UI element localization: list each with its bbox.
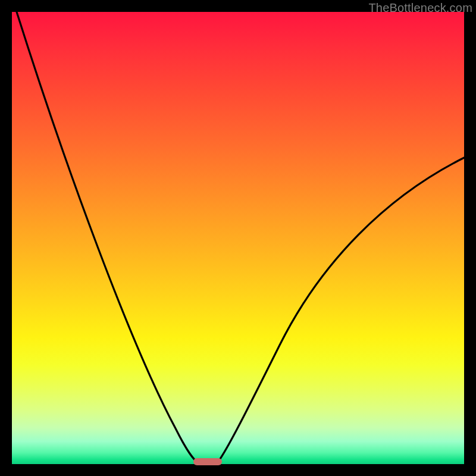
curve-right-branch — [217, 158, 464, 463]
watermark-text: TheBottleneck.com — [368, 1, 472, 15]
bottleneck-curve — [12, 12, 464, 464]
curve-left-branch — [17, 12, 198, 463]
chart-frame — [12, 12, 464, 464]
bottleneck-marker — [193, 458, 222, 465]
